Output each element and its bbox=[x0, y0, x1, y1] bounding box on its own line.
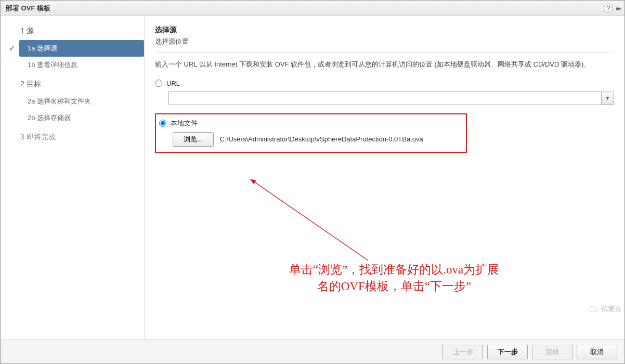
radio-local-file[interactable] bbox=[159, 120, 166, 127]
maximize-icon[interactable]: ▸▸ bbox=[616, 5, 620, 12]
step-item-select-name-folder[interactable]: 2a 选择名称和文件夹 bbox=[1, 93, 144, 110]
step-item-select-storage[interactable]: 2b 选择存储器 bbox=[1, 110, 144, 126]
step-group-2: 2 目标 2a 选择名称和文件夹 2b 选择存储器 bbox=[1, 75, 144, 126]
next-button[interactable]: 下一步 bbox=[487, 345, 528, 359]
radio-url-label: URL bbox=[166, 80, 180, 87]
section-divider bbox=[155, 53, 614, 53]
step1-header: 1 源 bbox=[1, 22, 144, 40]
url-input[interactable] bbox=[168, 92, 602, 105]
step-group-3: 3 即将完成 bbox=[1, 128, 144, 146]
browse-row: 浏览... C:\Users\Administrator\Desktop\vSp… bbox=[173, 132, 461, 147]
section-title: 选择源 bbox=[155, 25, 614, 35]
radio-local-file-label: 本地文件 bbox=[171, 119, 198, 128]
step-row-1a: ✓ 1a 选择源 bbox=[1, 40, 144, 57]
dialog-title: 部署 OVF 模板 bbox=[6, 4, 50, 13]
cloud-icon bbox=[588, 305, 599, 313]
annotation-text: 单击“浏览”，找到准备好的以.ova为扩展 名的OVF模板，单击“下一步” bbox=[238, 262, 550, 295]
cancel-button[interactable]: 取消 bbox=[577, 345, 617, 359]
annotation-arrow bbox=[238, 177, 373, 266]
dialog-footer: 上一步 下一步 完成 取消 bbox=[1, 340, 624, 363]
help-icon[interactable]: ? bbox=[604, 4, 613, 13]
step-item-select-source[interactable]: 1a 选择源 bbox=[19, 40, 144, 57]
dialog-body: 1 源 ✓ 1a 选择源 1b 查看详细信息 2 目标 2a 选择名称和文件夹 … bbox=[1, 16, 624, 340]
ovf-deploy-dialog: 部署 OVF 模板 ? ▸▸ 1 源 ✓ 1a 选择源 1b 查看详细信息 2 … bbox=[0, 0, 625, 364]
watermark-text: 亿速云 bbox=[601, 304, 621, 314]
annotation-line2: 名的OVF模板，单击“下一步” bbox=[317, 280, 471, 293]
checkmark-icon: ✓ bbox=[9, 44, 15, 53]
source-url-row: URL bbox=[155, 80, 614, 87]
annotation-line1: 单击“浏览”，找到准备好的以.ova为扩展 bbox=[289, 263, 499, 276]
step-group-1: 1 源 ✓ 1a 选择源 1b 查看详细信息 bbox=[1, 22, 144, 73]
finish-button[interactable]: 完成 bbox=[532, 345, 572, 359]
section-subtitle: 选择源位置 bbox=[155, 37, 614, 46]
wizard-sidebar: 1 源 ✓ 1a 选择源 1b 查看详细信息 2 目标 2a 选择名称和文件夹 … bbox=[1, 16, 145, 340]
watermark: 亿速云 bbox=[588, 304, 621, 314]
browse-button[interactable]: 浏览... bbox=[173, 132, 214, 147]
step3-header: 3 即将完成 bbox=[1, 128, 144, 146]
titlebar: 部署 OVF 模板 ? ▸▸ bbox=[1, 1, 624, 16]
url-dropdown-button[interactable]: ▼ bbox=[602, 92, 614, 105]
step2-header: 2 目标 bbox=[1, 75, 144, 93]
back-button[interactable]: 上一步 bbox=[442, 345, 483, 359]
svg-line-0 bbox=[254, 181, 368, 261]
selected-file-path: C:\Users\Administrator\Desktop\vSphereDa… bbox=[220, 135, 423, 143]
annotation-highlight-box: 本地文件 浏览... C:\Users\Administrator\Deskto… bbox=[155, 113, 467, 153]
radio-url[interactable] bbox=[155, 80, 162, 87]
section-description: 输入一个 URL 以从 Internet 下载和安装 OVF 软件包，或者浏览到… bbox=[155, 59, 614, 70]
titlebar-controls: ? ▸▸ bbox=[604, 4, 620, 13]
source-local-row: 本地文件 bbox=[159, 119, 461, 128]
step-item-review-details[interactable]: 1b 查看详细信息 bbox=[1, 57, 144, 73]
url-input-wrap: ▼ bbox=[168, 92, 614, 105]
main-content: 选择源 选择源位置 输入一个 URL 以从 Internet 下载和安装 OVF… bbox=[145, 16, 624, 340]
